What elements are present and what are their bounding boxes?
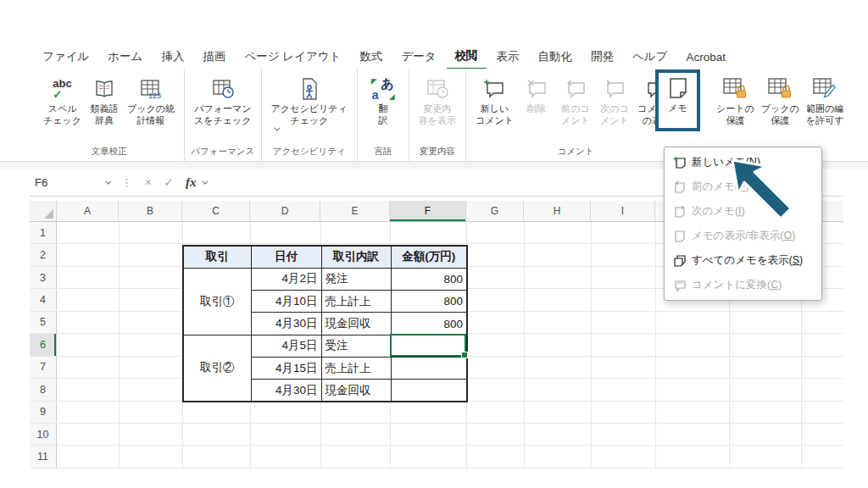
next-note-icon	[673, 205, 692, 219]
previous-note-icon	[673, 180, 692, 194]
cell-f7[interactable]	[391, 357, 467, 379]
cell-d6[interactable]: 4月5日	[251, 335, 321, 357]
insert-function-button[interactable]: fx	[180, 175, 200, 190]
new-comment-button[interactable]: 新しいコメント	[472, 72, 517, 130]
notes-button[interactable]: メモ	[655, 69, 700, 131]
row-header-1[interactable]: 1	[30, 222, 57, 243]
book-icon	[93, 75, 115, 103]
fx-chevron-icon[interactable]	[203, 178, 209, 184]
allow-edit-ranges-button[interactable]: 範囲の編を許可す	[803, 72, 848, 130]
column-header-e[interactable]: E	[320, 201, 390, 221]
workbook-lock-icon	[767, 75, 793, 103]
cell-d3[interactable]: 4月2日	[251, 268, 321, 290]
tab-acrobat[interactable]: Acrobat	[677, 48, 734, 68]
select-all-corner[interactable]	[30, 201, 57, 221]
cell-e4[interactable]: 売上計上	[321, 291, 391, 313]
workbook-statistics-button[interactable]: 123 ブックの統計情報	[124, 72, 178, 130]
column-header-a[interactable]: A	[57, 201, 119, 221]
tab-developer[interactable]: 開発	[582, 47, 622, 69]
header-cell-transaction[interactable]: 取引	[183, 246, 251, 268]
row-header-9[interactable]: 9	[30, 402, 57, 423]
tab-automate[interactable]: 自動化	[530, 47, 581, 69]
group-performance: パフォーマンスをチェック パフォーマンス	[185, 69, 262, 161]
grid-row-10[interactable]: 10	[30, 424, 843, 446]
cell-d5[interactable]: 4月30日	[251, 313, 321, 335]
transactions-table: 取引 日付 取引内訳 金額(万円) 取引① 4月2日 発注 800 4月10日 …	[182, 245, 468, 402]
tab-page-layout[interactable]: ページ レイアウト	[236, 47, 349, 69]
row-header-11[interactable]: 11	[30, 446, 57, 467]
delete-comment-button: 削除	[517, 72, 556, 118]
protect-sheet-button[interactable]: シートの保護	[713, 72, 758, 130]
group-label-changes: 変更内容	[420, 144, 455, 161]
tab-help[interactable]: ヘルプ	[624, 47, 676, 69]
note-icon	[667, 76, 689, 100]
group-label-performance: パフォーマンス	[191, 144, 254, 161]
tab-data[interactable]: データ	[392, 47, 444, 69]
accessibility-check-button[interactable]: アクセシビリティチェック	[268, 72, 351, 134]
cell-d8[interactable]: 4月30日	[251, 380, 321, 402]
delete-comment-icon	[526, 75, 548, 103]
row-header-6[interactable]: 6	[30, 334, 57, 355]
group-label-language: 言語	[374, 144, 392, 161]
tab-file[interactable]: ファイル	[34, 47, 97, 69]
translate-button[interactable]: あ a ◤ ◢ 翻訳	[364, 72, 403, 130]
cell-f5[interactable]: 800	[391, 313, 467, 335]
tab-formulas[interactable]: 数式	[351, 47, 391, 69]
cell-e5[interactable]: 現金回収	[321, 313, 391, 335]
grid-row-11[interactable]: 11	[30, 446, 843, 468]
row-header-4[interactable]: 4	[30, 289, 57, 310]
tab-insert[interactable]: 挿入	[153, 47, 192, 69]
header-cell-amount[interactable]: 金額(万円)	[391, 246, 467, 268]
cell-e6[interactable]: 受注	[321, 335, 391, 357]
column-header-i[interactable]: I	[591, 201, 655, 221]
cell-f4[interactable]: 800	[391, 291, 467, 313]
cell-e8[interactable]: 現金回収	[321, 380, 391, 402]
group-protect: シートの保護 ブックの保護 範囲の編を許可す	[713, 72, 847, 130]
column-header-b[interactable]: B	[119, 201, 182, 221]
column-header-g[interactable]: G	[466, 201, 524, 221]
tab-view[interactable]: 表示	[488, 47, 528, 69]
cell-d7[interactable]: 4月15日	[251, 357, 321, 379]
row-header-2[interactable]: 2	[30, 244, 57, 265]
column-header-f[interactable]: F	[390, 201, 466, 221]
thesaurus-button[interactable]: 類義語辞典	[85, 72, 124, 130]
tab-review[interactable]: 校閲	[447, 46, 487, 69]
row-header-7[interactable]: 7	[30, 357, 57, 378]
svg-text:123: 123	[148, 92, 161, 100]
cell-f3[interactable]: 800	[391, 268, 467, 290]
new-comment-icon	[483, 75, 505, 103]
cursor-arrow-icon	[729, 157, 801, 229]
cell-e7[interactable]: 売上計上	[321, 357, 391, 379]
tab-home[interactable]: ホーム	[99, 47, 151, 69]
header-cell-detail[interactable]: 取引内訳	[321, 246, 391, 268]
group-label-comments: コメント	[557, 144, 593, 161]
table-header-row: 取引 日付 取引内訳 金額(万円)	[183, 246, 467, 268]
next-comment-button: 次のコメント	[595, 72, 634, 130]
column-header-c[interactable]: C	[182, 201, 250, 221]
table-row: 取引① 4月2日 発注 800	[183, 268, 467, 290]
row-header-8[interactable]: 8	[30, 379, 57, 400]
spell-check-button[interactable]: abc✓ スペルチェック	[40, 72, 85, 130]
name-box-chevron-icon[interactable]	[105, 178, 111, 184]
grid-row-9[interactable]: 9	[30, 402, 843, 424]
cell-f8[interactable]	[391, 380, 467, 402]
row-header-5[interactable]: 5	[30, 312, 57, 333]
statistics-icon: 123	[139, 75, 163, 103]
check-performance-button[interactable]: パフォーマンスをチェック	[191, 72, 255, 130]
cell-group-1[interactable]: 取引①	[183, 268, 251, 335]
cell-d4[interactable]: 4月10日	[251, 291, 321, 313]
column-header-d[interactable]: D	[250, 201, 320, 221]
name-box[interactable]: F6	[30, 172, 114, 192]
row-header-10[interactable]: 10	[30, 424, 57, 445]
selected-cell-outline	[390, 334, 466, 357]
menu-item-show-all-notes[interactable]: すべてのメモを表示(S)	[665, 248, 821, 273]
protect-workbook-button[interactable]: ブックの保護	[758, 72, 803, 130]
cell-group-2[interactable]: 取引②	[183, 335, 251, 402]
convert-to-comment-icon	[673, 279, 692, 292]
column-header-h[interactable]: H	[524, 201, 591, 221]
group-label-accessibility: アクセシビリティ	[273, 144, 346, 161]
header-cell-date[interactable]: 日付	[251, 246, 321, 268]
tab-draw[interactable]: 描画	[194, 47, 234, 69]
cell-e3[interactable]: 発注	[321, 268, 391, 290]
row-header-3[interactable]: 3	[30, 267, 57, 288]
